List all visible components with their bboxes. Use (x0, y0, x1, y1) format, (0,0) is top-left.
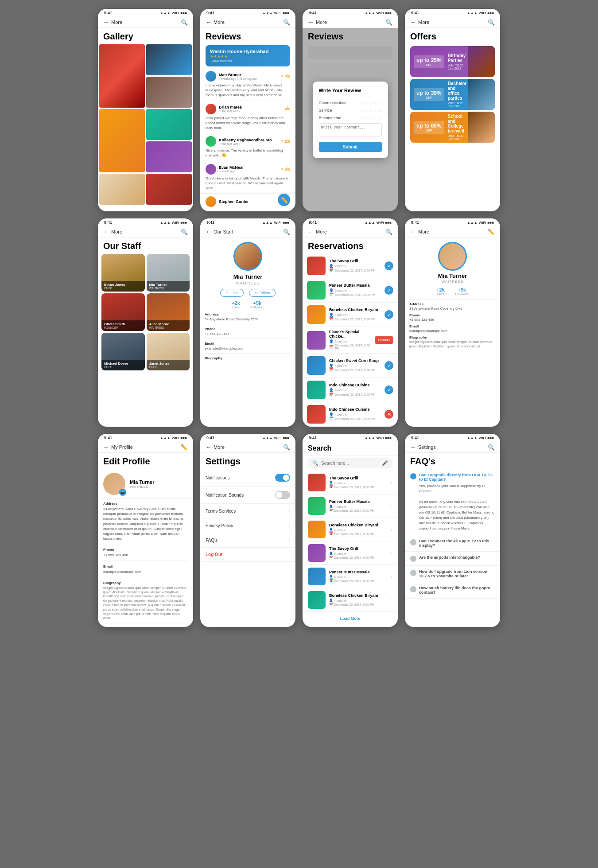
follow-button[interactable]: + Follow (249, 289, 276, 297)
setting-row[interactable]: Notification Sounds (200, 487, 295, 504)
email-value: example@example.com (409, 329, 496, 333)
submit-button[interactable]: Submit (319, 142, 382, 152)
reservation-item[interactable]: The Savoy Grill 👤2 people 📅December 20, … (303, 254, 398, 278)
search-nav-icon[interactable]: 🔍 (385, 19, 392, 26)
search-result-item[interactable]: Paneer Butter Masala 👤4 people 📅December… (303, 494, 398, 518)
bio-field[interactable]: Integer dignissim dolor quis lorem sempe… (103, 586, 188, 623)
star-rating[interactable]: ☆☆☆☆☆ (360, 116, 382, 121)
nav-back[interactable]: ←Our Staff (206, 228, 233, 235)
back-arrow-icon: ← (410, 228, 416, 235)
camera-icon[interactable]: 📷 (119, 489, 126, 496)
phone-field[interactable]: +1 555 123 456 (103, 553, 188, 561)
search-nav-icon[interactable]: 🔍 (488, 19, 495, 26)
edit-avatar[interactable]: 📷 (103, 473, 125, 495)
star-rating[interactable]: ☆☆☆☆☆ (360, 108, 382, 113)
hotel-review-count: 1,868 reviews (210, 59, 286, 63)
reservation-item[interactable]: Paneer Butter Masala 👤5 people 📅December… (303, 278, 398, 303)
staff-card[interactable]: Janet Jones CHEF (147, 333, 190, 370)
gallery-item[interactable] (99, 44, 145, 108)
nav-back[interactable]: ←More (308, 19, 327, 26)
bio-section-label: Biography (409, 335, 496, 339)
toggle-on[interactable] (275, 474, 290, 482)
edit-nav-icon[interactable]: ✏️ (181, 444, 188, 451)
phone-label: Phone (409, 313, 496, 317)
search-result-people: 👤4 people (329, 599, 387, 602)
search-nav-icon[interactable]: 🔍 (488, 444, 495, 451)
search-nav-icon[interactable]: 🔍 (283, 444, 290, 451)
nav-back[interactable]: ←More (410, 228, 429, 235)
gallery-item[interactable] (99, 109, 145, 172)
nav-back[interactable]: ←More (103, 228, 122, 235)
staff-card[interactable]: Michael Dover CHEF (101, 333, 145, 370)
calendar-icon: 📅 (329, 556, 333, 559)
setting-row[interactable]: Notifications (200, 469, 295, 487)
nav-back[interactable]: ←Settings (410, 444, 436, 451)
search-result-item[interactable]: Boneless Chicken Biryani 👤4 people 📅Dece… (303, 518, 398, 541)
gallery-item[interactable] (146, 141, 192, 172)
nav-back[interactable]: ←More (410, 19, 429, 26)
search-nav-icon[interactable]: 🔍 (283, 229, 290, 235)
status-icons: ▲▲▲ WiFi ■■■ (262, 436, 289, 440)
search-nav-icon[interactable]: 🔍 (283, 19, 290, 26)
search-result-item[interactable]: The Savoy Grill 👤2 people 📅December 20, … (303, 471, 398, 494)
search-header: Search (303, 442, 398, 455)
search-bar[interactable]: 🔍 🎤 (308, 458, 392, 468)
setting-row[interactable]: FAQ's › (200, 533, 295, 548)
person-icon: + (255, 291, 257, 295)
nav-back[interactable]: ←More (103, 19, 122, 26)
nav-back[interactable]: ←More (308, 228, 327, 235)
reservation-item[interactable]: Indo Chinese Cuisine 👤4 people 📅December… (303, 402, 398, 427)
fab-edit-button[interactable]: ✏️ (278, 194, 290, 206)
nav-back[interactable]: ←More (206, 444, 225, 451)
gallery-item[interactable] (146, 174, 192, 205)
gallery-item[interactable] (146, 77, 192, 108)
staff-details-screen: Mia Turner WAITRESS ♡ Like + Follow +2k … (200, 237, 295, 427)
nav-back[interactable]: ←My Profile (103, 444, 133, 451)
like-button[interactable]: ♡ Like (220, 289, 244, 297)
offer-badge: up to 25% OFF (414, 55, 444, 68)
faq-item[interactable]: Can I upgrade directly from OSX 10.7.5 t… (405, 469, 500, 535)
faq-item[interactable]: How much battery life does the gopro con… (405, 582, 500, 599)
star-rating[interactable]: ☆☆☆☆☆ (360, 101, 382, 105)
faq-item[interactable]: Are the airpods interchangable? (405, 552, 500, 566)
search-nav-icon[interactable]: 🔍 (181, 229, 188, 235)
staff-card[interactable]: Mia Turner WAITRESS (147, 254, 190, 292)
mic-icon[interactable]: 🎤 (382, 460, 388, 466)
setting-row[interactable]: Terms Services › (200, 504, 295, 518)
staff-card[interactable]: Oliver Smith FOUNDER (101, 293, 145, 331)
logout-button[interactable]: Log Out (206, 552, 222, 557)
email-field[interactable]: example@example.com (103, 569, 188, 577)
people-icon: 👤 (329, 528, 333, 532)
offer-card[interactable]: up to 60% OFF School and College farewel… (410, 112, 495, 143)
cancel-button[interactable]: Cancel (375, 336, 393, 344)
offer-card[interactable]: up to 25% OFF Birthday Parties Valid Til… (410, 46, 495, 77)
search-nav-icon[interactable]: 🔍 (385, 229, 392, 235)
gallery-item[interactable] (146, 44, 192, 75)
faq-item[interactable]: Can I connect the 4k Apple TV to this di… (405, 535, 500, 552)
faq-item[interactable]: How do I upgrade from Lion version 10.7.… (405, 566, 500, 582)
gallery-item[interactable] (99, 174, 145, 205)
faq-question-text: Can I upgrade directly from OSX 10.7.5 t… (419, 473, 495, 482)
reservation-item[interactable]: Flavor's Special Chicke... 👤1 people 📅De… (303, 327, 398, 354)
edit-nav-icon[interactable]: ✏️ (488, 229, 495, 235)
toggle-off[interactable] (275, 491, 290, 499)
comment-textarea[interactable] (319, 123, 382, 136)
search-result-item[interactable]: Paneer Butter Masala 👤5 people 📅December… (303, 565, 398, 588)
offer-card[interactable]: up to 39% OFF Bachelor and office partie… (410, 79, 495, 110)
search-result-item[interactable]: Boneless Chicken Biryani 👤4 people 📅Dece… (303, 588, 398, 612)
status-icons: ▲▲▲ WiFi ■■■ (262, 11, 289, 15)
staff-card[interactable]: Ethan Jones CHEF (101, 254, 145, 292)
search-result-item[interactable]: The Savoy Grill 👤5 people 📅December 20, … (303, 541, 398, 565)
staff-card[interactable]: Alice Moore WAITRESS (147, 293, 190, 331)
reservation-item[interactable]: Chicken Sweet Corn Soup 👤4 people 📅Decem… (303, 354, 398, 378)
gallery-item[interactable] (146, 109, 192, 140)
search-input[interactable] (321, 461, 379, 466)
search-nav-icon[interactable]: 🔍 (181, 19, 188, 26)
address-field[interactable]: 34 Anywhere Road Coventry CV6. Cum socii… (103, 506, 188, 544)
nav-back[interactable]: ←More (206, 19, 225, 26)
reservation-item[interactable]: Boneless Chicken Biryani 👤4 people 📅Dece… (303, 303, 398, 327)
staff-member-name: Alice Moore (149, 322, 187, 326)
reservation-item[interactable]: Indo Chinese Cuisine 👤4 people 📅December… (303, 378, 398, 402)
setting-row[interactable]: Privasy Policy › (200, 518, 295, 533)
load-more-button[interactable]: Load More (303, 612, 398, 625)
